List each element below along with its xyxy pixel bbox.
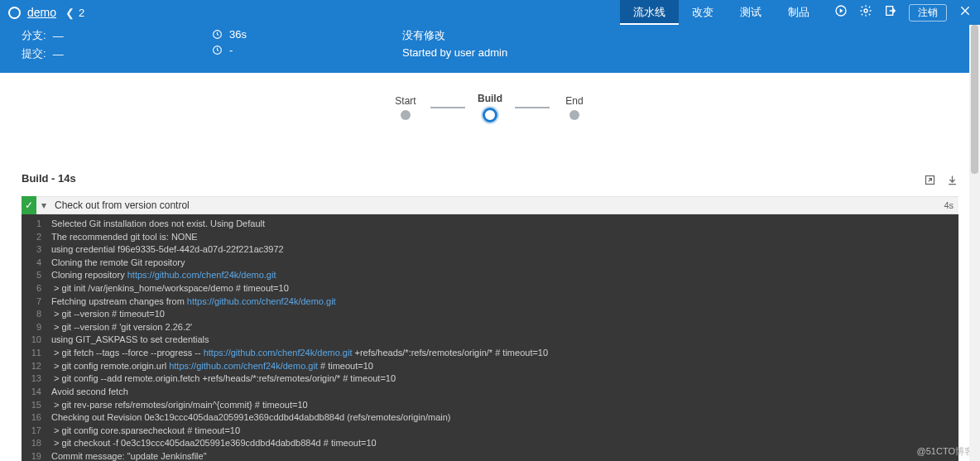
stage-graph: Start Build End bbox=[0, 73, 980, 172]
clock-icon-2 bbox=[212, 45, 223, 55]
open-log-icon[interactable] bbox=[924, 174, 936, 190]
step-row-checkout[interactable]: ✓ ▾ Check out from version control 4s bbox=[22, 196, 958, 214]
chevron-left-icon: ❮ bbox=[65, 7, 74, 19]
step-name: Check out from version control bbox=[51, 199, 190, 211]
top-tabs: 流水线 改变 测试 制品 bbox=[620, 0, 823, 25]
started-text: Started by user admin bbox=[402, 46, 507, 59]
stage-label-end: End bbox=[565, 95, 583, 107]
tab-artifacts[interactable]: 制品 bbox=[775, 0, 823, 25]
exit-icon[interactable] bbox=[884, 4, 897, 21]
stage-node-build[interactable] bbox=[483, 108, 497, 122]
duration-value: 36s bbox=[229, 28, 247, 41]
step-duration: 4s bbox=[944, 200, 958, 210]
project-link[interactable]: demo bbox=[27, 6, 56, 19]
watermark: @51CTO博客 bbox=[917, 445, 973, 458]
rerun-icon[interactable] bbox=[834, 4, 848, 21]
status-ok-icon: ✓ bbox=[22, 196, 36, 214]
duration2-value: - bbox=[229, 44, 233, 56]
stage-connector bbox=[430, 107, 465, 108]
stage-node-start[interactable] bbox=[401, 110, 411, 120]
header-actions: 注销 bbox=[834, 4, 972, 22]
logout-button[interactable]: 注销 bbox=[909, 4, 947, 22]
stage-node-end[interactable] bbox=[569, 110, 579, 120]
tab-pipeline[interactable]: 流水线 bbox=[620, 0, 679, 25]
close-icon[interactable] bbox=[958, 4, 972, 21]
commit-label: 提交: bbox=[22, 46, 46, 61]
changes-text: 没有修改 bbox=[402, 28, 445, 43]
branch-label: 分支: bbox=[22, 28, 46, 43]
top-header: demo ❮ 2 流水线 改变 测试 制品 注销 bbox=[0, 0, 980, 25]
branch-value: — bbox=[53, 30, 64, 42]
commit-value: — bbox=[53, 48, 64, 60]
stage-label-build: Build bbox=[478, 93, 502, 104]
stage-panel: Build - 14s ✓ ▾ Check out from version c… bbox=[0, 172, 980, 461]
gear-icon[interactable] bbox=[859, 4, 872, 21]
tab-tests[interactable]: 测试 bbox=[727, 0, 775, 25]
run-info: 分支:— 提交:— 36s - 没有修改 Started by user adm… bbox=[0, 25, 980, 73]
svg-marker-1 bbox=[840, 8, 843, 12]
svg-point-2 bbox=[864, 9, 867, 12]
clock-icon bbox=[212, 29, 223, 40]
logo-icon bbox=[8, 7, 21, 19]
scrollbar-thumb[interactable] bbox=[971, 25, 978, 174]
console-output: 1Selected Git installation does not exis… bbox=[22, 214, 958, 461]
chevron-down-icon[interactable]: ▾ bbox=[36, 199, 51, 211]
tab-changes[interactable]: 改变 bbox=[679, 0, 727, 25]
stage-connector bbox=[515, 107, 550, 108]
stage-label-start: Start bbox=[395, 95, 416, 107]
run-number: 2 bbox=[79, 7, 84, 19]
download-icon[interactable] bbox=[946, 174, 958, 190]
stage-title: Build - 14s bbox=[22, 172, 76, 185]
scrollbar[interactable] bbox=[969, 25, 980, 461]
